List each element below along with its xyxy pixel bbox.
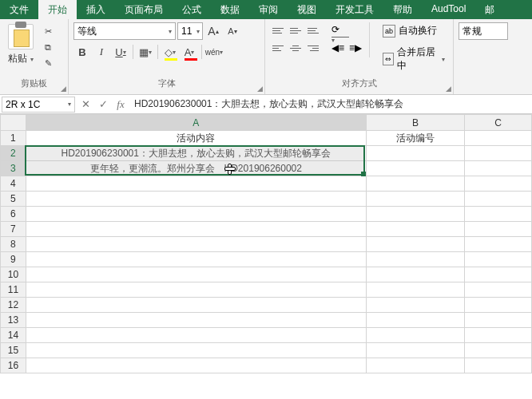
row-header-2[interactable]: 2 — [1, 146, 26, 161]
indent-decrease-button[interactable]: ◀≡ — [329, 40, 345, 56]
align-left-button[interactable] — [270, 40, 286, 56]
cancel-button[interactable]: ✕ — [77, 98, 94, 110]
cell-A7[interactable] — [26, 222, 366, 237]
cell-C1[interactable] — [465, 131, 532, 146]
row-header-12[interactable]: 12 — [1, 298, 26, 313]
cell-A2[interactable]: HD201906230001：大胆去想，放心去购，武汉大型邮轮畅享会 — [26, 146, 366, 161]
tab-7[interactable]: 视图 — [288, 0, 326, 19]
row-header-7[interactable]: 7 — [1, 222, 26, 237]
tab-0[interactable]: 文件 — [0, 0, 38, 19]
cut-button[interactable]: ✂ — [40, 24, 56, 38]
tab-2[interactable]: 插入 — [77, 0, 115, 19]
cell-B9[interactable] — [366, 252, 465, 267]
cell-B5[interactable] — [366, 192, 465, 207]
clipboard-launcher[interactable]: ◢ — [61, 85, 66, 93]
cell-C7[interactable] — [465, 222, 532, 237]
cell-A14[interactable] — [26, 328, 366, 343]
font-color-button[interactable]: A▾ — [181, 43, 198, 61]
cell-C15[interactable] — [465, 343, 532, 358]
paste-button[interactable]: 粘贴 ▾ — [5, 22, 37, 67]
row-header-8[interactable]: 8 — [1, 237, 26, 252]
cell-A3[interactable]: 更年轻，更潮流。郑州分享会 HD201906260002 — [26, 161, 366, 176]
font-name-select[interactable]: 等线▾ — [73, 22, 176, 40]
cell-B12[interactable] — [366, 298, 465, 313]
cell-B16[interactable] — [366, 358, 465, 373]
row-header-9[interactable]: 9 — [1, 252, 26, 267]
cell-C16[interactable] — [465, 358, 532, 373]
tab-1[interactable]: 开始 — [38, 0, 77, 19]
row-header-3[interactable]: 3 — [1, 161, 26, 176]
indent-increase-button[interactable]: ≡▶ — [347, 40, 363, 56]
tab-3[interactable]: 页面布局 — [115, 0, 173, 19]
row-header-14[interactable]: 14 — [1, 328, 26, 343]
row-header-10[interactable]: 10 — [1, 267, 26, 282]
cell-C11[interactable] — [465, 282, 532, 298]
cell-A9[interactable] — [26, 252, 366, 267]
align-right-button[interactable] — [305, 40, 321, 56]
select-all-corner[interactable] — [1, 115, 26, 131]
tab-8[interactable]: 开发工具 — [326, 0, 383, 19]
grow-font-button[interactable]: A▴ — [204, 22, 222, 40]
formula-input[interactable]: HD201906230001：大胆去想，放心去购，武汉大型邮轮畅享会 — [129, 97, 532, 111]
align-bottom-button[interactable] — [305, 22, 321, 38]
align-middle-button[interactable] — [288, 22, 304, 38]
row-header-15[interactable]: 15 — [1, 343, 26, 358]
cell-C8[interactable] — [465, 237, 532, 252]
fill-color-button[interactable]: ◇▾ — [161, 43, 179, 61]
cell-A5[interactable] — [26, 192, 366, 207]
bold-button[interactable]: B — [73, 43, 91, 61]
tab-4[interactable]: 公式 — [173, 0, 211, 19]
cell-C14[interactable] — [465, 328, 532, 343]
row-header-5[interactable]: 5 — [1, 192, 26, 207]
shrink-font-button[interactable]: A▾ — [224, 22, 241, 40]
cell-C12[interactable] — [465, 298, 532, 313]
tab-11[interactable]: 邮 — [475, 0, 504, 19]
cell-B8[interactable] — [366, 237, 465, 252]
cell-A12[interactable] — [26, 298, 366, 313]
cell-B4[interactable] — [366, 176, 465, 192]
row-header-4[interactable]: 4 — [1, 176, 26, 192]
cell-B14[interactable] — [366, 328, 465, 343]
cell-B10[interactable] — [366, 267, 465, 282]
col-header-B[interactable]: B — [366, 115, 465, 131]
row-header-13[interactable]: 13 — [1, 313, 26, 328]
tab-10[interactable]: AudTool — [422, 0, 475, 19]
cell-C10[interactable] — [465, 267, 532, 282]
italic-button[interactable]: I — [93, 43, 110, 61]
cell-C5[interactable] — [465, 192, 532, 207]
enter-button[interactable]: ✓ — [94, 98, 112, 110]
underline-button[interactable]: U▾ — [112, 43, 129, 61]
col-header-A[interactable]: A — [26, 115, 366, 131]
cell-B2[interactable] — [366, 146, 465, 161]
cell-A6[interactable] — [26, 207, 366, 222]
cell-A10[interactable] — [26, 267, 366, 282]
row-header-1[interactable]: 1 — [1, 131, 26, 146]
cell-B7[interactable] — [366, 222, 465, 237]
cell-C13[interactable] — [465, 313, 532, 328]
row-header-11[interactable]: 11 — [1, 282, 26, 298]
orientation-button[interactable]: ⟳▾ — [329, 22, 351, 38]
cell-C2[interactable] — [465, 146, 532, 161]
font-size-select[interactable]: 11▾ — [177, 22, 203, 40]
cell-B11[interactable] — [366, 282, 465, 298]
cell-A8[interactable] — [26, 237, 366, 252]
name-box[interactable]: 2R x 1C▾ — [2, 97, 75, 113]
tab-5[interactable]: 数据 — [211, 0, 249, 19]
cell-C3[interactable] — [465, 161, 532, 176]
cell-A13[interactable] — [26, 313, 366, 328]
cell-A1[interactable]: 活动内容 — [26, 131, 366, 146]
wrap-text-button[interactable]: ab自动换行 — [379, 22, 448, 39]
phonetic-button[interactable]: wén▾ — [205, 43, 223, 61]
align-center-button[interactable] — [288, 40, 304, 56]
cell-C4[interactable] — [465, 176, 532, 192]
cell-A11[interactable] — [26, 282, 366, 298]
cell-B6[interactable] — [366, 207, 465, 222]
cell-B1[interactable]: 活动编号 — [366, 131, 465, 146]
merge-center-button[interactable]: ⇔合并后居中 ▾ — [379, 44, 448, 74]
cell-A4[interactable] — [26, 176, 366, 192]
align-top-button[interactable] — [270, 22, 286, 38]
row-header-6[interactable]: 6 — [1, 207, 26, 222]
format-painter-button[interactable]: ✎ — [40, 56, 56, 70]
cell-A16[interactable] — [26, 358, 366, 373]
border-button[interactable]: ▦▾ — [137, 43, 154, 61]
